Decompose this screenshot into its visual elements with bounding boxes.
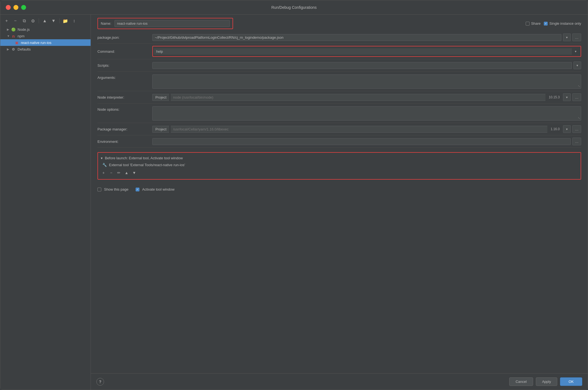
node-interpreter-path: node (/usr/local/bin/node): [171, 94, 545, 101]
name-label: Name:: [101, 21, 111, 26]
environment-row: Environment: …: [97, 135, 581, 148]
sort-button[interactable]: ↕: [71, 18, 78, 24]
window-title: Run/Debug Configurations: [271, 5, 317, 10]
right-panel: Name: Share ✓ Single instance only: [91, 15, 588, 390]
main-content: + − ⧉ ⚙ ▲ ▼ 📁 ↕ ▶ 🟢 Node.js ▼ n npm: [0, 15, 588, 390]
package-json-input[interactable]: [152, 34, 561, 41]
move-up-button[interactable]: ▲: [41, 18, 48, 24]
arguments-label: Arguments:: [97, 74, 152, 80]
node-options-textarea[interactable]: [152, 106, 581, 121]
scripts-input[interactable]: [152, 62, 572, 69]
move-down-button[interactable]: ▼: [50, 18, 57, 24]
before-launch-toolbar: + − ✏ ▲ ▼: [100, 169, 578, 177]
scripts-field: ▼: [152, 62, 581, 69]
share-row: Share: [526, 21, 541, 26]
package-manager-prefix: Project: [152, 126, 169, 133]
add-config-button[interactable]: +: [3, 18, 10, 24]
npm-icon: n: [11, 34, 16, 38]
command-dropdown[interactable]: ▼: [572, 48, 579, 55]
share-checkbox[interactable]: [526, 22, 530, 26]
config-body: package.json: ▼ … Command: ▼: [91, 31, 588, 373]
arrow-icon: [10, 41, 14, 44]
package-manager-path: /usr/local/Cellar/yarn/1.16.0/libexec: [171, 126, 547, 133]
arguments-row: Arguments: ⤡: [97, 72, 581, 91]
main-window: Run/Debug Configurations + − ⧉ ⚙ ▲ ▼ 📁 ↕…: [0, 0, 588, 390]
arguments-field: ⤡: [152, 74, 581, 89]
package-manager-dropdown[interactable]: ▼: [563, 125, 571, 133]
copy-config-button[interactable]: ⧉: [21, 18, 28, 24]
environment-label: Environment:: [97, 140, 152, 144]
before-launch-section: ▼ Before launch: External tool, Activate…: [97, 152, 581, 180]
environment-field: …: [152, 138, 581, 145]
sidebar-toolbar: + − ⧉ ⚙ ▲ ▼ 📁 ↕: [0, 17, 91, 25]
environment-input[interactable]: [152, 138, 571, 145]
before-launch-remove[interactable]: −: [108, 170, 114, 176]
expand-icon2: ⤡: [578, 116, 580, 119]
arrow-icon: ▶: [7, 48, 11, 51]
package-json-browse[interactable]: …: [572, 34, 581, 41]
scripts-label: Scripts:: [97, 63, 152, 68]
package-json-field: ▼ …: [152, 34, 581, 41]
before-launch-arrow[interactable]: ▼: [100, 157, 103, 160]
node-interpreter-version: 10.15.3: [547, 95, 561, 100]
remove-config-button[interactable]: −: [12, 18, 19, 24]
defaults-icon: ⚙: [11, 47, 16, 51]
package-manager-label: Package manager:: [97, 127, 152, 131]
before-launch-up[interactable]: ▲: [123, 170, 130, 176]
show-page-checkbox[interactable]: [97, 188, 101, 191]
scripts-dropdown[interactable]: ▼: [573, 62, 581, 69]
arguments-textarea[interactable]: [152, 74, 581, 89]
cancel-button[interactable]: Cancel: [509, 377, 533, 386]
before-launch-down[interactable]: ▼: [131, 170, 138, 176]
node-interpreter-prefix: Project: [152, 94, 169, 101]
sidebar-item-label: npm: [18, 34, 24, 38]
activate-tool-checkbox[interactable]: ✓: [136, 188, 139, 191]
folder-button[interactable]: 📁: [62, 18, 69, 24]
config-header: Name: Share ✓ Single instance only: [91, 15, 588, 31]
package-manager-browse[interactable]: …: [572, 125, 581, 133]
bottom-right-buttons: Cancel Apply OK: [509, 377, 582, 386]
show-page-row: Show this page ✓ Activate tool window: [97, 184, 581, 195]
before-launch-add[interactable]: +: [100, 170, 107, 176]
help-label: ?: [99, 380, 102, 384]
before-launch-item[interactable]: 🔧 External tool 'External Tools/react-na…: [100, 161, 578, 169]
single-instance-label: Single instance only: [549, 21, 581, 26]
package-json-dropdown[interactable]: ▼: [563, 34, 571, 41]
toolbar-divider: [39, 18, 39, 23]
apply-button[interactable]: Apply: [536, 377, 558, 386]
node-options-row: Node options: ⤡: [97, 104, 581, 123]
before-launch-edit[interactable]: ✏: [116, 170, 122, 176]
config-icon: ▣: [14, 40, 19, 45]
maximize-button[interactable]: [21, 5, 26, 10]
node-interpreter-field: Project node (/usr/local/bin/node) 10.15…: [152, 93, 581, 101]
ok-button[interactable]: OK: [560, 377, 582, 386]
close-button[interactable]: [6, 5, 11, 10]
help-button[interactable]: ?: [96, 378, 104, 386]
package-manager-row: Package manager: Project /usr/local/Cell…: [97, 123, 581, 135]
activate-tool-label: Activate tool window: [142, 187, 175, 191]
sidebar-item-label: Defaults: [18, 47, 31, 51]
arrow-icon: ▶: [7, 28, 11, 31]
sidebar-item-npm[interactable]: ▼ n npm: [0, 33, 91, 39]
name-input[interactable]: [114, 20, 230, 27]
command-input[interactable]: [154, 48, 572, 55]
sidebar-item-label: Node.js: [18, 27, 30, 32]
environment-browse[interactable]: …: [572, 138, 581, 145]
sidebar-item-defaults[interactable]: ▶ ⚙ Defaults: [0, 46, 91, 52]
single-instance-checkbox[interactable]: ✓: [544, 22, 548, 26]
command-row: Command: ▼: [97, 44, 581, 59]
sidebar-item-nodejs[interactable]: ▶ 🟢 Node.js: [0, 26, 91, 33]
node-interpreter-row: Node interpreter: Project node (/usr/loc…: [97, 91, 581, 104]
expand-icon: ⤡: [578, 85, 580, 88]
sidebar-item-label: react-native run-ios: [21, 41, 51, 45]
minimize-button[interactable]: [13, 5, 18, 10]
command-label: Command:: [97, 49, 152, 54]
package-json-label: package.json:: [97, 35, 152, 40]
sidebar-item-react-native-run-ios[interactable]: ▣ react-native run-ios: [0, 39, 91, 46]
settings-config-button[interactable]: ⚙: [29, 18, 37, 24]
sidebar: + − ⧉ ⚙ ▲ ▼ 📁 ↕ ▶ 🟢 Node.js ▼ n npm: [0, 15, 91, 390]
title-bar: Run/Debug Configurations: [0, 0, 588, 15]
node-interpreter-dropdown[interactable]: ▼: [563, 93, 571, 101]
package-manager-field: Project /usr/local/Cellar/yarn/1.16.0/li…: [152, 125, 581, 133]
node-interpreter-browse[interactable]: …: [572, 93, 581, 101]
